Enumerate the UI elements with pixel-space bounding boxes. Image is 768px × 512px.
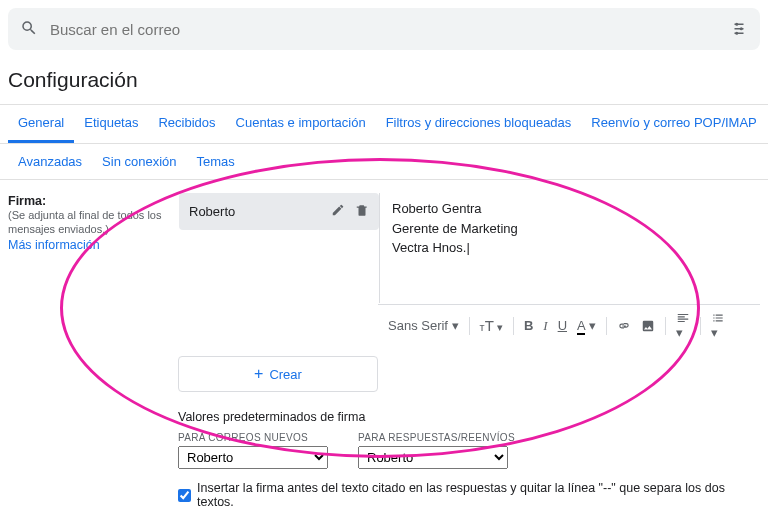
tab-advanced[interactable]: Avanzadas [8, 144, 92, 179]
tab-forwarding[interactable]: Reenvío y correo POP/IMAP [581, 105, 766, 143]
signature-label: Firma: [8, 194, 178, 208]
plus-icon: + [254, 365, 263, 383]
tune-icon[interactable] [730, 19, 748, 40]
reply-sig-label: PARA RESPUESTAS/REENVÍOS [358, 432, 515, 443]
signature-sublabel: (Se adjunta al final de todos los mensaj… [8, 208, 178, 237]
page-title: Configuración [8, 68, 768, 92]
new-mail-sig-select[interactable]: Roberto [178, 446, 328, 469]
svg-point-0 [735, 22, 738, 25]
tab-themes[interactable]: Temas [187, 144, 245, 179]
signature-item[interactable]: Roberto [179, 193, 379, 230]
tab-inbox[interactable]: Recibidos [148, 105, 225, 143]
signature-editor[interactable]: Roberto Gentra Gerente de Marketing Vect… [379, 193, 759, 303]
signature-more-info-link[interactable]: Más información [8, 238, 100, 252]
signature-list: Roberto [179, 193, 379, 303]
settings-tabs: General Etiquetas Recibidos Cuentas e im… [0, 104, 768, 144]
create-signature-button[interactable]: + Crear [178, 356, 378, 392]
tab-accounts[interactable]: Cuentas e importación [226, 105, 376, 143]
insert-before-quote-label: Insertar la firma antes del texto citado… [197, 481, 760, 509]
signature-line: Gerente de Marketing [392, 219, 747, 239]
tab-offline[interactable]: Sin conexión [92, 144, 186, 179]
svg-point-1 [740, 27, 743, 30]
search-icon [20, 19, 38, 40]
search-input[interactable] [50, 21, 730, 38]
link-icon[interactable] [617, 319, 631, 333]
tab-general[interactable]: General [8, 105, 74, 143]
svg-point-2 [735, 31, 738, 34]
edit-icon[interactable] [331, 203, 345, 220]
tab-filters[interactable]: Filtros y direcciones bloqueadas [376, 105, 582, 143]
font-size-icon[interactable]: тT ▾ [480, 317, 503, 334]
signature-defaults-title: Valores predeterminados de firma [178, 410, 760, 424]
signature-toolbar: Sans Serif ▾ тT ▾ B I U A ▾ ▾ ▾ [378, 304, 760, 346]
insert-before-quote-checkbox[interactable] [178, 489, 191, 502]
bold-icon[interactable]: B [524, 318, 533, 333]
italic-icon[interactable]: I [543, 318, 547, 334]
font-selector[interactable]: Sans Serif ▾ [388, 318, 459, 333]
reply-sig-select[interactable]: Roberto [358, 446, 508, 469]
image-icon[interactable] [641, 319, 655, 333]
new-mail-sig-label: PARA CORREOS NUEVOS [178, 432, 328, 443]
delete-icon[interactable] [355, 203, 369, 220]
text-color-icon[interactable]: A ▾ [577, 318, 596, 333]
signature-line: Vectra Hnos.| [392, 238, 747, 258]
signature-item-name: Roberto [189, 204, 235, 219]
tab-labels[interactable]: Etiquetas [74, 105, 148, 143]
underline-icon[interactable]: U [558, 318, 567, 333]
signature-line: Roberto Gentra [392, 199, 747, 219]
settings-subtabs: Avanzadas Sin conexión Temas [0, 144, 768, 180]
search-bar[interactable] [8, 8, 760, 50]
list-icon[interactable]: ▾ [711, 311, 725, 340]
align-icon[interactable]: ▾ [676, 311, 690, 340]
